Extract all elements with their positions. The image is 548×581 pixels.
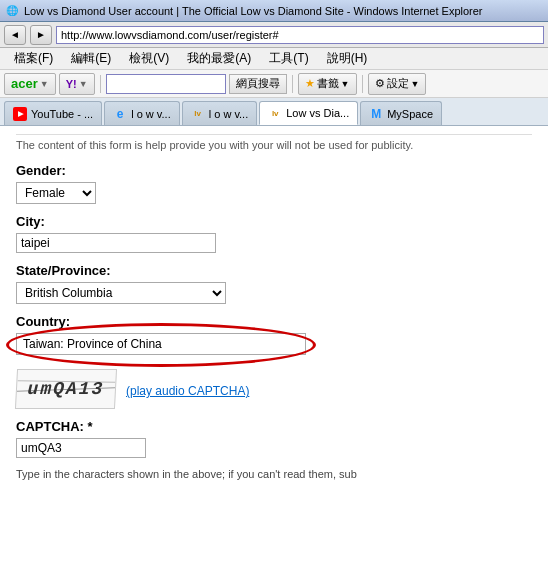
low1-favicon-icon: lv — [191, 107, 205, 121]
state-province-field: State/Province: British Columbia — [16, 263, 532, 304]
tab-low2-label: Low vs Dia... — [286, 107, 349, 119]
menu-help[interactable]: 說明(H) — [319, 48, 376, 69]
page-content: The content of this form is help provide… — [0, 126, 548, 581]
city-field: City: — [16, 214, 532, 253]
gender-select[interactable]: Female Male Other — [16, 182, 96, 204]
captcha-label: CAPTCHA: * — [16, 419, 532, 434]
country-container: Taiwan: Province of China — [16, 333, 306, 355]
captcha-row: umQA13 (play audio CAPTCHA) — [16, 369, 532, 413]
forward-button[interactable]: ► — [30, 25, 52, 45]
tab-ie1[interactable]: e l o w v... — [104, 101, 180, 125]
back-button[interactable]: ◄ — [4, 25, 26, 45]
info-text: The content of this form is help provide… — [16, 134, 532, 151]
separator2 — [292, 75, 293, 93]
state-label: State/Province: — [16, 263, 532, 278]
search-input[interactable] — [106, 74, 226, 94]
address-bar: ◄ ► — [0, 22, 548, 48]
tab-youtube[interactable]: ▶ YouTube - ... — [4, 101, 102, 125]
country-label: Country: — [16, 314, 532, 329]
title-bar: 🌐 Low vs Diamond User account | The Offi… — [0, 0, 548, 22]
captcha-input[interactable] — [16, 438, 146, 458]
menu-edit[interactable]: 編輯(E) — [63, 48, 119, 69]
menu-favorites[interactable]: 我的最愛(A) — [179, 48, 259, 69]
tab-ie1-label: l o w v... — [131, 108, 171, 120]
title-text: Low vs Diamond User account | The Offici… — [24, 5, 483, 17]
separator — [100, 75, 101, 93]
separator3 — [362, 75, 363, 93]
ie1-favicon-icon: e — [113, 107, 127, 121]
myspace-favicon-icon: M — [369, 107, 383, 121]
youtube-favicon-icon: ▶ — [13, 107, 27, 121]
menu-file[interactable]: 檔案(F) — [6, 48, 61, 69]
tab-youtube-label: YouTube - ... — [31, 108, 93, 120]
menu-bar: 檔案(F) 編輯(E) 檢視(V) 我的最愛(A) 工具(T) 說明(H) — [0, 48, 548, 70]
browser-icon: 🌐 — [4, 3, 20, 19]
tab-myspace-label: MySpace — [387, 108, 433, 120]
gender-label: Gender: — [16, 163, 532, 178]
tab-low2-active[interactable]: lv Low vs Dia... — [259, 101, 358, 125]
captcha-image: umQA13 — [15, 369, 117, 409]
tabs-bar: ▶ YouTube - ... e l o w v... lv l o w v.… — [0, 98, 548, 126]
low2-favicon-icon: lv — [268, 106, 282, 120]
captcha-help-text: Type in the characters shown in the abov… — [16, 468, 532, 480]
tab-low1[interactable]: lv l o w v... — [182, 101, 258, 125]
search-button[interactable]: 網頁搜尋 — [229, 74, 287, 94]
city-input[interactable] — [16, 233, 216, 253]
menu-view[interactable]: 檢視(V) — [121, 48, 177, 69]
city-label: City: — [16, 214, 532, 229]
captcha-field: CAPTCHA: * — [16, 419, 532, 458]
acer-logo: acer ▼ — [4, 73, 56, 95]
gender-field: Gender: Female Male Other — [16, 163, 532, 204]
play-audio-link[interactable]: (play audio CAPTCHA) — [126, 384, 249, 398]
state-select[interactable]: British Columbia — [16, 282, 226, 304]
bookmarks-button[interactable]: ★ 書籤 ▼ — [298, 73, 357, 95]
tab-myspace[interactable]: M MySpace — [360, 101, 442, 125]
country-field: Country: Taiwan: Province of China — [16, 314, 532, 355]
menu-tools[interactable]: 工具(T) — [261, 48, 316, 69]
country-value: Taiwan: Province of China — [16, 333, 306, 355]
yahoo-button[interactable]: Y! ▼ — [59, 73, 95, 95]
settings-button[interactable]: ⚙ 設定 ▼ — [368, 73, 427, 95]
address-input[interactable] — [56, 26, 544, 44]
tab-low1-label: l o w v... — [209, 108, 249, 120]
toolbar: acer ▼ Y! ▼ 網頁搜尋 ★ 書籤 ▼ ⚙ 設定 ▼ — [0, 70, 548, 98]
